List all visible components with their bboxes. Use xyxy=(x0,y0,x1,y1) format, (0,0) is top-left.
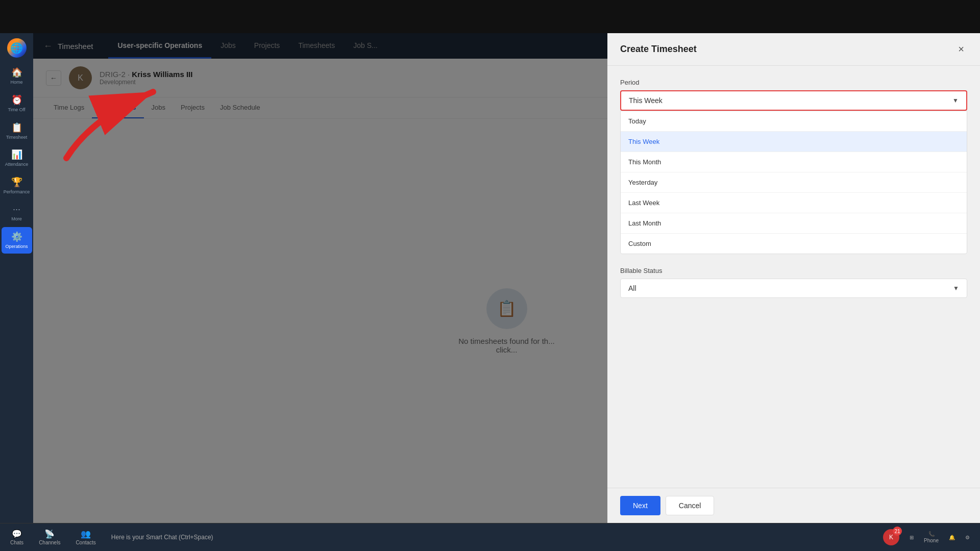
sidebar-label-timeoff: Time Off xyxy=(8,107,25,113)
period-select-box[interactable]: This Week ▼ xyxy=(620,90,967,111)
dots-icon: ··· xyxy=(13,204,20,215)
period-option-this-month[interactable]: This Month xyxy=(621,152,967,172)
sidebar-item-attendance[interactable]: 📊 Attendance xyxy=(2,145,32,171)
create-timesheet-modal: Create Timesheet × Period This Week ▼ To… xyxy=(607,33,980,523)
next-button[interactable]: Next xyxy=(620,496,660,515)
smart-chat-area: Here is your Smart Chat (Ctrl+Space) xyxy=(111,534,868,541)
notification-badge: 21 xyxy=(893,527,902,536)
sidebar-label-home: Home xyxy=(10,80,22,85)
cancel-button[interactable]: Cancel xyxy=(666,496,715,515)
contacts-label: Contacts xyxy=(76,540,95,545)
period-select-wrapper: This Week ▼ Today This Week This Month Y… xyxy=(620,90,967,254)
top-bar xyxy=(0,0,980,33)
billable-selected-value: All xyxy=(628,284,636,292)
modal-footer: Next Cancel xyxy=(607,488,980,523)
timeoff-icon: ⏰ xyxy=(11,94,22,106)
period-option-last-month[interactable]: Last Month xyxy=(621,213,967,234)
channels-label: Channels xyxy=(39,540,60,545)
modal-close-button[interactable]: × xyxy=(955,42,967,56)
grid-icon: ⊞ xyxy=(910,535,914,540)
bottom-item-contacts[interactable]: 👥 Contacts xyxy=(76,529,95,545)
sidebar: 🌐 🏠 Home ⏰ Time Off 📋 Timesheet 📊 Attend… xyxy=(0,33,33,523)
settings-button[interactable]: ⚙ xyxy=(965,535,970,540)
billable-label: Billable Status xyxy=(620,267,967,274)
settings-icon: ⚙ xyxy=(965,535,970,540)
channels-icon: 📡 xyxy=(44,529,55,539)
sidebar-item-timesheet[interactable]: 📋 Timesheet xyxy=(2,118,32,144)
phone-button[interactable]: 📞 Phone xyxy=(924,531,939,543)
period-label: Period xyxy=(620,79,967,86)
performance-icon: 🏆 xyxy=(11,177,22,188)
period-option-today[interactable]: Today xyxy=(621,111,967,132)
smart-chat-hint: Here is your Smart Chat (Ctrl+Space) xyxy=(111,534,213,541)
sidebar-item-home[interactable]: 🏠 Home xyxy=(2,63,32,89)
modal-body: Period This Week ▼ Today This Week This … xyxy=(607,66,980,488)
sidebar-label-performance: Performance xyxy=(4,189,30,195)
chats-label: Chats xyxy=(10,540,23,545)
sidebar-item-performance[interactable]: 🏆 Performance xyxy=(2,172,32,199)
timesheet-icon: 📋 xyxy=(11,122,22,133)
period-option-this-week[interactable]: This Week xyxy=(621,132,967,152)
phone-icon: 📞 xyxy=(928,531,935,537)
period-option-last-week[interactable]: Last Week xyxy=(621,193,967,213)
modal-title: Create Timesheet xyxy=(620,44,697,55)
attendance-icon: 📊 xyxy=(11,149,22,160)
period-selected-value: This Week xyxy=(629,96,663,105)
sidebar-item-timeoff[interactable]: ⏰ Time Off xyxy=(2,90,32,117)
phone-label: Phone xyxy=(924,538,939,543)
period-dropdown-options: Today This Week This Month Yesterday Las… xyxy=(620,111,967,254)
sidebar-label-operations: Operations xyxy=(5,244,28,249)
bottom-item-chats[interactable]: 💬 Chats xyxy=(10,529,23,545)
period-option-custom[interactable]: Custom xyxy=(621,234,967,254)
bottom-item-channels[interactable]: 📡 Channels xyxy=(39,529,60,545)
chats-icon: 💬 xyxy=(12,529,22,539)
billable-section: Billable Status All ▼ xyxy=(620,267,967,298)
chevron-down-icon: ▼ xyxy=(952,97,959,104)
billable-select[interactable]: All ▼ xyxy=(620,279,967,298)
app-logo[interactable]: 🌐 xyxy=(7,38,27,58)
operations-icon: ⚙️ xyxy=(11,231,22,242)
bottom-bar: 💬 Chats 📡 Channels 👥 Contacts Here is yo… xyxy=(0,523,980,551)
bottom-right-controls: K 21 ⊞ 📞 Phone 🔔 ⚙ xyxy=(883,529,970,545)
notification-icon: 🔔 xyxy=(949,535,955,540)
billable-chevron-icon: ▼ xyxy=(953,285,959,292)
sidebar-label-timesheet: Timesheet xyxy=(6,135,28,140)
sidebar-label-more: More xyxy=(11,216,22,222)
sidebar-item-operations[interactable]: ⚙️ Operations xyxy=(2,227,32,254)
modal-header: Create Timesheet × xyxy=(607,33,980,66)
user-avatar-bottom-wrapper: K 21 xyxy=(883,529,899,545)
grid-icon-button[interactable]: ⊞ xyxy=(910,535,914,540)
user-avatar-label: K xyxy=(889,534,893,541)
sidebar-label-attendance: Attendance xyxy=(5,162,29,167)
home-icon: 🏠 xyxy=(11,67,22,78)
period-option-yesterday[interactable]: Yesterday xyxy=(621,172,967,193)
sidebar-item-more[interactable]: ··· More xyxy=(2,200,32,226)
contacts-icon: 👥 xyxy=(81,529,91,539)
notification-button[interactable]: 🔔 xyxy=(949,535,955,540)
